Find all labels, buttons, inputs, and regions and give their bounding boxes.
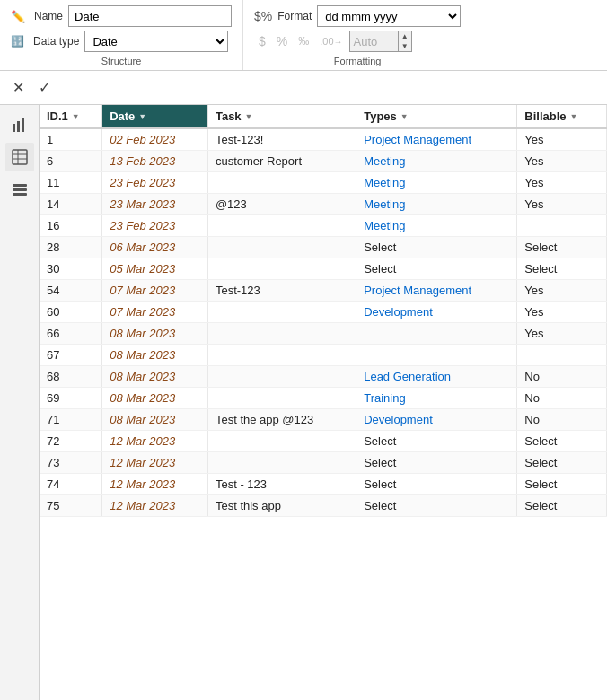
cell-task: customer Report [207, 151, 356, 172]
cell-id: 30 [40, 258, 102, 280]
cell-billable: Yes [517, 128, 607, 151]
col-header-task[interactable]: Task ▼ [207, 105, 356, 128]
col-header-date[interactable]: Date ▼ [102, 105, 208, 128]
datatype-icon: 🔢 [11, 35, 24, 48]
cell-date: 23 Feb 2023 [102, 215, 208, 237]
col-header-billable[interactable]: Billable ▼ [517, 105, 607, 128]
cell-date: 06 Mar 2023 [102, 237, 208, 258]
table-row: 1423 Mar 2023@123MeetingYes [40, 194, 607, 215]
comma-button[interactable]: ‰ [294, 31, 313, 52]
cell-task: Test this app [207, 495, 356, 517]
cell-types[interactable]: Lead Generation [356, 366, 517, 388]
format-label: Format [277, 10, 312, 22]
col-types-filter-icon[interactable]: ▼ [400, 112, 409, 121]
datatype-select[interactable]: Date Text Number Boolean [84, 31, 228, 52]
sidebar-layers-icon[interactable] [5, 175, 34, 204]
table-row: 3005 Mar 2023SelectSelect [40, 258, 607, 280]
cell-types: Select [356, 452, 517, 474]
datatype-row: 🔢 Data type Date Text Number Boolean [11, 29, 232, 54]
cell-task: Test-123 [207, 280, 356, 302]
cell-types[interactable]: Meeting [356, 215, 517, 237]
sidebar-table-icon[interactable] [5, 143, 34, 171]
svg-rect-0 [13, 124, 15, 132]
dollar-button[interactable]: $ [254, 31, 270, 52]
table-row: 2806 Mar 2023SelectSelect [40, 237, 607, 258]
cell-task [207, 345, 356, 366]
cell-id: 14 [40, 194, 102, 215]
cell-date: 12 Mar 2023 [102, 452, 208, 474]
edit-bar: ✕ ✓ [0, 71, 607, 105]
confirm-button[interactable]: ✓ [33, 75, 56, 100]
table-row: 7412 Mar 2023Test - 123SelectSelect [40, 474, 607, 495]
cell-types[interactable]: Meeting [356, 151, 517, 172]
sidebar-chart-icon[interactable] [5, 110, 34, 139]
decimal-button[interactable]: .00→ [315, 31, 347, 52]
svg-rect-8 [13, 188, 27, 191]
cell-id: 74 [40, 474, 102, 495]
cell-billable: Yes [517, 323, 607, 345]
cell-task [207, 258, 356, 280]
spin-up-button[interactable]: ▲ [399, 31, 411, 41]
name-input[interactable] [68, 5, 232, 27]
svg-rect-1 [17, 121, 20, 132]
table-row: 7512 Mar 2023Test this appSelectSelect [40, 495, 607, 517]
cell-types[interactable]: Development [356, 302, 517, 323]
cell-types[interactable]: Project Management [356, 280, 517, 302]
cell-id: 71 [40, 409, 102, 431]
col-billable-filter-icon[interactable]: ▼ [570, 112, 578, 121]
table-row: 7312 Mar 2023SelectSelect [40, 452, 607, 474]
cell-date: 02 Feb 2023 [102, 128, 208, 151]
format-select[interactable]: dd mmm yyyy dd/mm/yyyy mm/dd/yyyy yyyy-m… [317, 5, 461, 27]
cell-billable: No [517, 388, 607, 409]
col-date-filter-icon[interactable]: ▼ [138, 112, 146, 121]
cell-task [207, 215, 356, 237]
cell-date: 07 Mar 2023 [102, 302, 208, 323]
cell-types[interactable]: Project Management [356, 128, 517, 151]
cell-id: 28 [40, 237, 102, 258]
cell-types[interactable]: Meeting [356, 172, 517, 194]
cell-types [356, 323, 517, 345]
cell-billable [517, 345, 607, 366]
col-header-id[interactable]: ID.1 ▼ [40, 105, 102, 128]
col-id-filter-icon[interactable]: ▼ [72, 112, 80, 121]
cell-date: 08 Mar 2023 [102, 388, 208, 409]
table-row: 102 Feb 2023Test-123!Project ManagementY… [40, 128, 607, 151]
cell-task [207, 323, 356, 345]
col-header-types[interactable]: Types ▼ [356, 105, 517, 128]
cell-date: 12 Mar 2023 [102, 474, 208, 495]
col-task-filter-icon[interactable]: ▼ [245, 112, 253, 121]
svg-rect-2 [22, 118, 24, 132]
cell-id: 75 [40, 495, 102, 517]
cell-types [356, 345, 517, 366]
auto-label: Auto [350, 35, 398, 48]
table-row: 6608 Mar 2023Yes [40, 323, 607, 345]
cell-date: 12 Mar 2023 [102, 431, 208, 452]
table-row: 7212 Mar 2023SelectSelect [40, 431, 607, 452]
format-row: $% Format dd mmm yyyy dd/mm/yyyy mm/dd/y… [254, 4, 461, 29]
left-sidebar [0, 105, 40, 700]
cell-id: 6 [40, 151, 102, 172]
spinner-buttons: ▲ ▼ [398, 31, 411, 51]
table-header-row: ID.1 ▼ Date ▼ Task ▼ [40, 105, 607, 128]
cell-id: 16 [40, 215, 102, 237]
structure-section: ✏️ Name 🔢 Data type Date Text Number Boo… [0, 0, 243, 70]
cell-types[interactable]: Development [356, 409, 517, 431]
col-types-label: Types [364, 109, 397, 123]
table-row: 1123 Feb 2023MeetingYes [40, 172, 607, 194]
col-id-label: ID.1 [47, 109, 68, 123]
cell-types: Select [356, 474, 517, 495]
formatting-section: $% Format dd mmm yyyy dd/mm/yyyy mm/dd/y… [243, 0, 471, 70]
cell-task: Test-123! [207, 128, 356, 151]
cancel-button[interactable]: ✕ [7, 75, 30, 100]
cell-types[interactable]: Training [356, 388, 517, 409]
cell-types[interactable]: Meeting [356, 194, 517, 215]
cell-date: 23 Feb 2023 [102, 172, 208, 194]
format-icon: $% [254, 9, 272, 23]
table-row: 7108 Mar 2023Test the app @123Developmen… [40, 409, 607, 431]
cell-billable: Yes [517, 280, 607, 302]
cell-id: 69 [40, 388, 102, 409]
spin-down-button[interactable]: ▼ [399, 41, 411, 51]
col-date-label: Date [110, 109, 135, 123]
percent-button[interactable]: % [272, 31, 292, 52]
cell-id: 60 [40, 302, 102, 323]
